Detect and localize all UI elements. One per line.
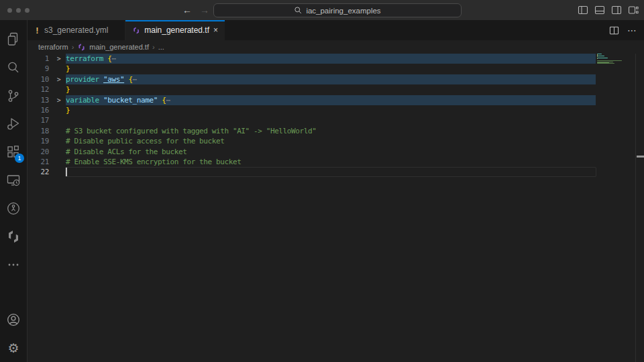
code-line[interactable]: 22	[28, 167, 644, 177]
sidebar-item-search[interactable]	[0, 54, 27, 82]
toggle-secondary-sidebar-icon[interactable]	[611, 5, 622, 15]
breadcrumb-item-file[interactable]: main_generated.tf	[89, 43, 149, 51]
search-icon	[5, 60, 21, 76]
yaml-warning-icon: !	[34, 25, 40, 36]
tab-s3-generated-yml[interactable]: ! s3_generated.yml	[28, 20, 125, 40]
code-text: provider "aws" {⋯	[66, 74, 137, 84]
line-number: 17	[28, 115, 52, 125]
tab-bar: ! s3_generated.yml main_generated.tf × ⋯	[28, 20, 644, 40]
toggle-primary-sidebar-icon[interactable]	[578, 5, 588, 15]
overview-ruler[interactable]	[635, 54, 644, 362]
chevron-right-icon: ›	[152, 43, 155, 51]
code-line[interactable]: 16}	[28, 105, 644, 115]
zoom-window-button[interactable]	[25, 8, 30, 13]
settings-button[interactable]: ⚙	[0, 334, 27, 362]
breadcrumb-item-folder[interactable]: terraform	[38, 43, 68, 51]
line-number: 22	[28, 167, 52, 177]
fold-gutter	[52, 115, 66, 125]
line-number: 16	[28, 105, 52, 115]
code-line[interactable]: 9}	[28, 64, 644, 74]
code-text: # S3 bucket configured with tagged with …	[66, 126, 316, 136]
line-number: 19	[28, 136, 52, 146]
sidebar-item-extensions[interactable]: 1	[0, 138, 27, 166]
code-line[interactable]: 21# Enable SSE-KMS encryption for the bu…	[28, 157, 644, 167]
line-number: 13	[28, 95, 52, 105]
account-icon	[5, 312, 21, 328]
code-text: }	[66, 105, 70, 115]
minimize-window-button[interactable]	[16, 8, 21, 13]
ellipsis-icon	[5, 257, 21, 273]
text-cursor	[66, 168, 67, 176]
code-text: # Disable public access for the bucket	[66, 136, 224, 146]
fold-gutter	[52, 64, 66, 74]
fold-gutter	[52, 136, 66, 146]
terraform-icon	[77, 43, 86, 52]
editor-more-actions-icon[interactable]: ⋯	[627, 25, 637, 36]
chevron-right-icon: ›	[72, 43, 74, 51]
fold-gutter	[52, 84, 66, 95]
title-bar: ← → iac_pairing_examples	[0, 0, 644, 20]
line-number: 10	[28, 74, 52, 84]
fold-gutter	[52, 167, 66, 177]
source-control-branch-icon	[5, 88, 21, 104]
fold-gutter	[52, 147, 66, 157]
code-line[interactable]: 1>terraform {⋯	[28, 54, 644, 64]
folded-line-highlight	[66, 74, 596, 84]
code-line[interactable]: 20# Disable ACLs for the bucket	[28, 147, 644, 157]
extensions-badge: 1	[15, 154, 24, 163]
command-center-search[interactable]: iac_pairing_examples	[213, 3, 462, 17]
files-icon	[5, 32, 21, 48]
sidebar-item-more[interactable]	[0, 251, 27, 279]
code-line[interactable]: 19# Disable public access for the bucket	[28, 136, 644, 146]
line-number: 12	[28, 84, 52, 95]
remote-explorer-icon	[5, 172, 21, 188]
code-line[interactable]: 13>variable "bucket_name" {⋯	[28, 95, 644, 105]
breadcrumb-item-symbol[interactable]: ...	[158, 43, 164, 51]
code-line[interactable]: 12}	[28, 84, 644, 95]
toggle-panel-icon[interactable]	[594, 5, 605, 15]
minimap-line	[597, 58, 608, 58]
fold-chevron-icon[interactable]: >	[52, 95, 66, 105]
minimap-line	[597, 64, 635, 65]
fold-chevron-icon[interactable]: >	[52, 54, 66, 64]
minimap[interactable]	[597, 54, 635, 134]
navigate-forward-icon[interactable]: →	[200, 5, 209, 15]
close-tab-icon[interactable]: ×	[213, 26, 218, 34]
fold-chevron-icon[interactable]: >	[52, 74, 66, 84]
window-controls	[7, 0, 30, 20]
line-number: 18	[28, 126, 52, 136]
navigate-back-icon[interactable]: ←	[182, 5, 192, 15]
code-editor[interactable]: 1>terraform {⋯9}10>provider "aws" {⋯12}1…	[28, 54, 644, 362]
sidebar-item-gitlens[interactable]	[0, 194, 27, 223]
fold-gutter	[52, 157, 66, 167]
code-text: # Enable SSE-KMS encryption for the buck…	[66, 157, 241, 167]
sidebar-item-explorer[interactable]	[0, 25, 27, 54]
sidebar-item-remote-explorer[interactable]	[0, 166, 27, 194]
minimap-line	[597, 60, 622, 61]
tab-main-generated-tf[interactable]: main_generated.tf ×	[125, 20, 225, 40]
code-line[interactable]: 10>provider "aws" {⋯	[28, 74, 644, 84]
code-line[interactable]: 17	[28, 115, 644, 125]
accounts-button[interactable]	[0, 306, 27, 334]
terraform-icon	[5, 229, 21, 245]
customize-layout-icon[interactable]	[628, 5, 639, 15]
sidebar-item-source-control[interactable]	[0, 82, 27, 110]
line-number: 21	[28, 157, 52, 167]
search-icon	[294, 6, 303, 15]
line-number: 1	[28, 54, 52, 64]
code-line[interactable]: 18# S3 bucket configured with tagged wit…	[28, 126, 644, 136]
close-window-button[interactable]	[7, 8, 12, 13]
sidebar-item-terraform[interactable]	[0, 223, 27, 251]
gear-icon: ⚙	[7, 341, 19, 355]
fold-gutter	[52, 126, 66, 136]
line-number: 20	[28, 147, 52, 157]
tab-label: main_generated.tf	[144, 25, 209, 35]
sidebar-item-run-debug[interactable]	[0, 110, 27, 138]
run-debug-icon	[5, 116, 21, 132]
folded-line-highlight	[66, 54, 596, 64]
current-line-highlight	[65, 167, 596, 177]
code-text: # Disable ACLs for the bucket	[66, 147, 186, 157]
minimap-line	[597, 56, 604, 56]
minimap-line	[597, 54, 602, 54]
split-editor-icon[interactable]	[609, 25, 619, 36]
